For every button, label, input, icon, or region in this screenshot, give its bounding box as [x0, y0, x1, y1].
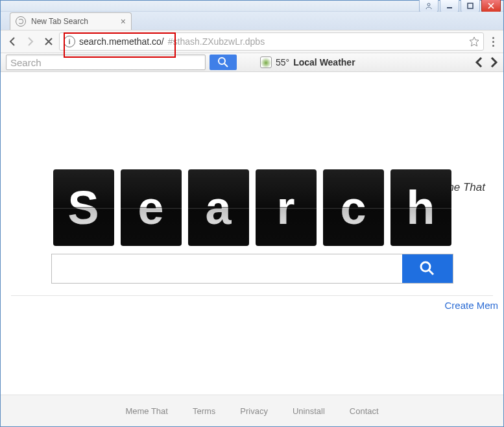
toolbar-search-button[interactable] [210, 55, 237, 70]
forward-button[interactable] [23, 34, 38, 49]
browser-tab[interactable]: New Tab Search × [10, 12, 132, 30]
main-search-form [51, 254, 453, 284]
flip-letter: r [256, 169, 317, 246]
tab-close-icon[interactable]: × [121, 17, 126, 26]
tab-title: New Tab Search [31, 17, 88, 26]
stop-reload-button[interactable] [41, 34, 56, 49]
weather-label: Local Weather [293, 57, 355, 67]
close-button[interactable] [481, 0, 501, 12]
weather-widget[interactable]: 55° Local Weather [260, 56, 355, 68]
main-search-button[interactable] [402, 254, 453, 283]
weather-temp: 55° [276, 57, 289, 67]
flip-letter: h [390, 169, 451, 246]
url-path: #sthash.ZXubzwLr.dpbs [168, 36, 265, 47]
footer-link[interactable]: Meme That [125, 406, 168, 416]
page-footer: Meme That Terms Privacy Uninstall Contac… [1, 395, 503, 426]
address-bar[interactable]: i search.memethat.co/#sthash.ZXubzwLr.dp… [59, 32, 484, 51]
svg-point-4 [421, 262, 430, 271]
create-meme-link[interactable]: Create Mem [444, 300, 498, 311]
extension-toolbar: Search 55° Local Weather [1, 53, 503, 72]
toolbar-search-input[interactable]: Search [6, 55, 206, 70]
back-button[interactable] [5, 34, 20, 49]
footer-link[interactable]: Uninstall [293, 406, 325, 416]
url-host: search.memethat.co/ [79, 36, 164, 47]
toolbar-next-button[interactable] [489, 56, 498, 68]
footer-link[interactable]: Privacy [240, 406, 268, 416]
page-content: Meme That S e a r c h Create Mem [1, 169, 503, 311]
svg-point-3 [219, 58, 225, 64]
flip-letter: c [323, 169, 384, 246]
minimize-button[interactable] [440, 0, 459, 12]
flip-letter: a [188, 169, 249, 246]
site-info-icon[interactable]: i [64, 36, 75, 47]
flip-letter-row: S e a r c h [51, 169, 453, 246]
browser-toolbar: i search.memethat.co/#sthash.ZXubzwLr.dp… [1, 30, 503, 53]
svg-rect-1 [447, 7, 452, 8]
svg-point-0 [427, 3, 430, 6]
weather-icon [260, 56, 272, 68]
toolbar-prev-button[interactable] [475, 56, 484, 68]
svg-rect-2 [468, 3, 473, 8]
user-icon-button[interactable] [419, 0, 438, 12]
tab-favicon [16, 16, 26, 27]
tab-strip: New Tab Search × [1, 12, 503, 30]
bookmark-star-icon[interactable] [469, 36, 479, 47]
window-titlebar [1, 1, 503, 12]
main-search-input[interactable] [52, 254, 402, 283]
maximize-button[interactable] [461, 0, 480, 12]
flip-letter: e [121, 169, 182, 246]
footer-link[interactable]: Terms [193, 406, 215, 416]
browser-menu-button[interactable] [486, 37, 499, 47]
flip-letter: S [53, 169, 114, 246]
footer-link[interactable]: Contact [350, 406, 379, 416]
